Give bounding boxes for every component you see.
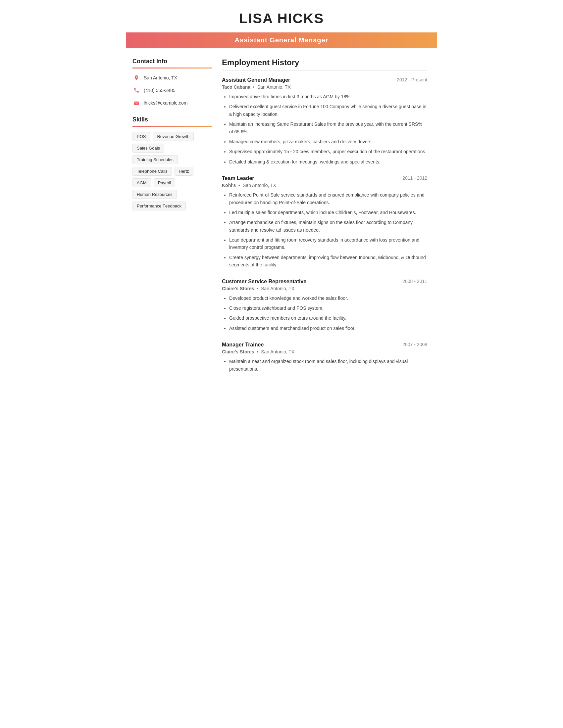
list-item: Lead department and fitting room recover… — [229, 236, 427, 251]
list-item: Detailed planning & execution for meetin… — [229, 158, 427, 165]
contact-phone: (410) 555-3485 — [132, 86, 212, 94]
skill-tag: Performance Feedback — [132, 202, 186, 210]
employment-divider — [222, 70, 427, 70]
skills-section-title: Skills — [132, 116, 212, 123]
job-entry: Customer Service Representative2008 - 20… — [222, 279, 427, 332]
list-item: Reinforced Point-of-Sale service standar… — [229, 191, 427, 206]
list-item: Assisted customers and merchandised prod… — [229, 325, 427, 332]
list-item: Maintain a neat and organized stock room… — [229, 358, 427, 373]
contact-location: San Antonio, TX — [132, 74, 212, 82]
skills-section: Skills POSRevenue GrowthSales GoalsTrain… — [132, 116, 212, 210]
contact-section: Contact Info San Antonio, TX (410) 555-3… — [132, 58, 212, 107]
list-item: Create synergy between departments, impr… — [229, 254, 427, 269]
skill-tag: Revenue Growth — [153, 132, 194, 141]
job-header: Team Leader2011 - 2012 — [222, 175, 427, 181]
candidate-title: Assistant General Manager — [235, 36, 329, 44]
list-item: Maintain an increasing Same Restaurant S… — [229, 120, 427, 135]
job-header: Assistant General Manager2012 - Present — [222, 77, 427, 83]
list-item: Managed crew members, pizza makers, cash… — [229, 138, 427, 145]
phone-icon — [132, 86, 140, 94]
contact-email: lhicks@example.com — [132, 99, 212, 107]
main-content: Employment History Assistant General Man… — [222, 58, 427, 383]
job-bullets: Reinforced Point-of-Sale service standar… — [222, 191, 427, 269]
job-entry: Team Leader2011 - 2012Kohl's • San Anton… — [222, 175, 427, 269]
skill-tag: POS — [132, 132, 150, 141]
job-company: Claire's Stores • San Antonio, TX — [222, 286, 427, 291]
skills-tags-container: POSRevenue GrowthSales GoalsTraining Sch… — [132, 132, 212, 210]
location-icon — [132, 74, 140, 82]
job-title: Assistant General Manager — [222, 77, 290, 83]
list-item: Guided prospective members on tours arou… — [229, 314, 427, 322]
skill-tag: Sales Goals — [132, 144, 164, 153]
resume-header: LISA HICKS Assistant General Manager — [126, 0, 437, 48]
job-title: Manager Trainee — [222, 342, 263, 348]
skill-tag: Human Resources — [132, 190, 177, 199]
job-bullets: Developed product knowledge and worked t… — [222, 295, 427, 332]
job-entry: Manager Trainee2007 - 2008Claire's Store… — [222, 342, 427, 373]
employment-section-title: Employment History — [222, 58, 427, 67]
contact-divider — [132, 68, 212, 68]
job-title: Team Leader — [222, 175, 254, 181]
location-text: San Antonio, TX — [144, 75, 177, 80]
title-banner: Assistant General Manager — [126, 32, 437, 48]
job-dates: 2008 - 2011 — [402, 279, 427, 284]
job-title: Customer Service Representative — [222, 279, 306, 285]
list-item: Led multiple sales floor departments, wh… — [229, 209, 427, 216]
job-header: Manager Trainee2007 - 2008 — [222, 342, 427, 348]
job-entry: Assistant General Manager2012 - PresentT… — [222, 77, 427, 165]
list-item: Supervised approximately 15 - 20 crew me… — [229, 148, 427, 155]
skill-tag: Telephone Calls — [132, 167, 172, 176]
list-item: Close registers,switchboard and POS syst… — [229, 304, 427, 312]
job-bullets: Maintain a neat and organized stock room… — [222, 358, 427, 373]
main-layout: Contact Info San Antonio, TX (410) 555-3… — [126, 48, 437, 392]
job-dates: 2011 - 2012 — [402, 175, 427, 181]
phone-text: (410) 555-3485 — [144, 88, 175, 93]
list-item: Improved drive-thru times in first 3 mon… — [229, 93, 427, 100]
candidate-name: LISA HICKS — [132, 11, 431, 26]
job-company: Claire's Stores • San Antonio, TX — [222, 349, 427, 354]
skills-divider — [132, 126, 212, 127]
job-company: Taco Cabana • San Antonio, TX — [222, 84, 427, 90]
skill-tag: AGM — [132, 178, 151, 187]
job-dates: 2007 - 2008 — [402, 342, 427, 347]
jobs-container: Assistant General Manager2012 - PresentT… — [222, 77, 427, 373]
contact-section-title: Contact Info — [132, 58, 212, 65]
email-icon — [132, 99, 140, 107]
sidebar: Contact Info San Antonio, TX (410) 555-3… — [132, 58, 212, 383]
email-text: lhicks@example.com — [144, 100, 187, 106]
list-item: Arrange merchandise on fixtures, maintai… — [229, 219, 427, 234]
job-bullets: Improved drive-thru times in first 3 mon… — [222, 93, 427, 165]
list-item: Delivered excellent guest service in For… — [229, 103, 427, 118]
job-dates: 2012 - Present — [397, 77, 427, 82]
skill-tag: Training Schedules — [132, 155, 178, 164]
skill-tag: Payroll — [154, 178, 175, 187]
skill-tag: Hertz — [174, 167, 193, 176]
list-item: Developed product knowledge and worked t… — [229, 295, 427, 302]
job-company: Kohl's • San Antonio, TX — [222, 183, 427, 188]
job-header: Customer Service Representative2008 - 20… — [222, 279, 427, 285]
